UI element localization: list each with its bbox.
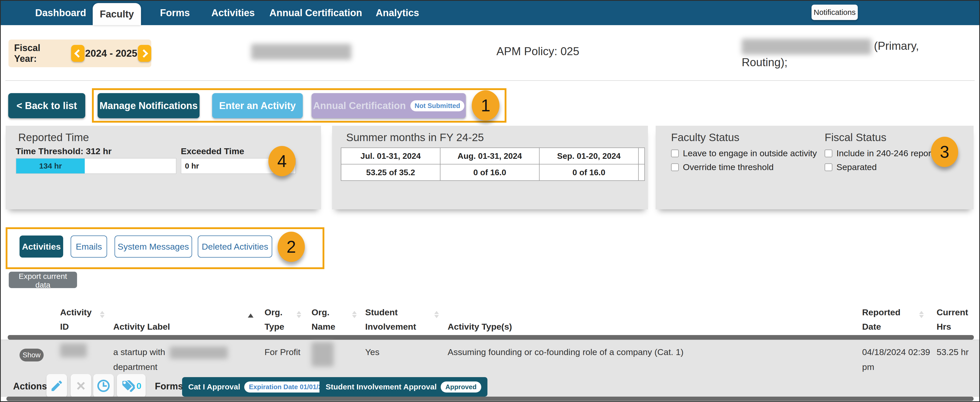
leave-outside-activity-checkbox[interactable] <box>671 150 679 157</box>
sort-icon-org-type[interactable] <box>297 309 301 320</box>
cell-current-hrs: 53.25 hr <box>937 345 978 359</box>
col-header-reported-date[interactable]: Reported Date <box>862 301 913 334</box>
header-divider <box>5 80 975 81</box>
tab-system-messages[interactable]: System Messages <box>115 236 192 258</box>
page-scrollbar-bottom[interactable] <box>6 397 974 401</box>
annotation-circle-2: 2 <box>278 232 305 262</box>
tab-activities[interactable]: Activities <box>19 236 63 258</box>
col-header-activity-label[interactable]: Activity Label <box>113 301 252 334</box>
summer-val-jul: 53.25 of 35.2 <box>341 164 440 180</box>
fiscal-year-label: Fiscal Year: <box>14 43 65 64</box>
nav-faculty-label: Faculty <box>100 9 134 19</box>
export-current-data-button[interactable]: Export current data <box>9 272 77 288</box>
notifications-button[interactable]: Notifications <box>811 5 858 20</box>
nav-annual-certification[interactable]: Annual Certification <box>269 1 362 25</box>
nav-analytics[interactable]: Analytics <box>376 1 419 25</box>
redacted-activity-id <box>60 343 87 358</box>
fiscal-status-title: Fiscal Status <box>825 131 886 144</box>
not-submitted-badge: Not Submitted <box>410 100 464 111</box>
col-header-current-hrs: Current Hrs <box>937 301 975 334</box>
summer-col-sep: Sep. 01-20, 2024 <box>539 148 638 164</box>
col-header-activity-types: Activity Type(s) <box>448 301 833 334</box>
annual-certification-label: Annual Certification <box>313 100 406 111</box>
col-header-student-involvement[interactable]: Student Involvement <box>365 301 430 334</box>
tag-count: 0 <box>137 381 142 391</box>
summer-col-jul: Jul. 01-31, 2024 <box>341 148 440 164</box>
summer-months-table: Jul. 01-31, 2024 Aug. 01-31, 2024 Sep. 0… <box>341 147 645 181</box>
annotation-circle-3: 3 <box>931 137 958 167</box>
leave-outside-activity-row: Leave to engage in outside activity <box>671 148 817 158</box>
redacted-activity-label-part <box>170 347 228 359</box>
approved-badge: Approved <box>441 381 481 393</box>
include-report-label: Include in 240-246 report <box>837 148 934 158</box>
summer-col-aug: Aug. 01-31, 2024 <box>440 148 539 164</box>
back-to-list-button[interactable]: < Back to list <box>8 93 85 118</box>
separated-row: Separated <box>825 162 877 172</box>
override-threshold-label: Override time threshold <box>683 162 773 172</box>
manage-notifications-button[interactable]: Manage Notifications <box>98 93 200 118</box>
col-header-org-type[interactable]: Org. Type <box>264 301 293 334</box>
time-threshold-bar-fill: 134 hr <box>16 158 85 173</box>
fiscal-year-value: 2024 - 2025 <box>84 48 138 59</box>
cell-student-involvement: Yes <box>365 345 396 359</box>
redacted-affiliation <box>742 39 871 55</box>
sort-icon-student-involvement[interactable] <box>434 309 439 320</box>
time-threshold-label: Time Threshold: 312 hr <box>16 146 111 156</box>
summer-val-partial <box>638 164 644 180</box>
student-involvement-form-pill[interactable]: Student Involvement Approval Approved <box>320 377 487 397</box>
delete-activity-button[interactable] <box>71 374 91 398</box>
time-threshold-bar: 134 hr <box>16 158 177 174</box>
summer-col-partial <box>638 148 644 164</box>
include-report-checkbox[interactable] <box>825 150 832 157</box>
separated-checkbox[interactable] <box>825 163 832 171</box>
sort-icon-reported-date[interactable] <box>919 309 924 320</box>
student-involvement-approval-label: Student Involvement Approval <box>326 383 437 391</box>
top-nav: Dashboard Faculty Forms Activities Annua… <box>1 1 979 25</box>
sort-icon-org-name[interactable] <box>352 309 357 320</box>
actions-label: Actions: <box>13 381 50 392</box>
time-threshold-bar-value: 134 hr <box>39 161 62 170</box>
activity-label-prefix: a startup with <box>113 347 165 357</box>
cell-activity-types: Assuming founding or co-founding role of… <box>448 345 848 359</box>
fiscal-year-prev-button[interactable] <box>71 45 84 62</box>
pencil-icon <box>50 379 64 393</box>
cell-reported-date: 04/18/2024 02:39 pm <box>862 345 934 374</box>
cell-activity-label: a startup with department <box>113 345 257 374</box>
nav-forms[interactable]: Forms <box>160 1 190 25</box>
summer-values-row: 53.25 of 35.2 0 of 16.0 0 of 16.0 <box>341 164 644 180</box>
activity-label-suffix: department <box>113 362 158 372</box>
annual-certification-button[interactable]: Annual Certification Not Submitted <box>312 93 466 118</box>
edit-activity-button[interactable] <box>46 374 67 398</box>
sort-icon-activity-id[interactable] <box>100 309 105 320</box>
tab-emails[interactable]: Emails <box>71 236 107 258</box>
nav-faculty[interactable]: Faculty <box>93 3 141 25</box>
table-scrollbar-top[interactable] <box>8 335 974 340</box>
show-row-button[interactable]: Show <box>19 349 44 361</box>
tags-button[interactable]: 0 <box>117 374 146 398</box>
enter-activity-button[interactable]: Enter an Activity <box>212 93 303 118</box>
forms-label: Forms: <box>155 381 186 392</box>
affiliation-line: (Primary, Routing); <box>742 38 945 70</box>
cell-org-type: For Profit <box>264 345 308 359</box>
annotation-circle-1: 1 <box>472 90 500 120</box>
fiscal-year-selector: Fiscal Year: 2024 - 2025 <box>8 40 151 67</box>
nav-dashboard[interactable]: Dashboard <box>35 1 86 25</box>
activity-history-button[interactable] <box>93 374 114 398</box>
tab-deleted-activities[interactable]: Deleted Activities <box>198 236 272 258</box>
fiscal-year-next-button[interactable] <box>138 45 151 62</box>
chevron-left-icon <box>75 49 83 58</box>
exceeded-time-label: Exceeded Time <box>181 146 244 156</box>
faculty-status-title: Faculty Status <box>671 131 739 144</box>
override-threshold-row: Override time threshold <box>671 162 773 172</box>
redacted-org-name <box>312 342 334 367</box>
override-threshold-checkbox[interactable] <box>671 163 679 171</box>
tags-icon <box>121 379 135 393</box>
sort-icon-activity-label-active[interactable] <box>248 311 253 318</box>
leave-outside-activity-label: Leave to engage in outside activity <box>683 148 817 158</box>
x-icon <box>74 379 88 393</box>
col-header-org-name[interactable]: Org. Name <box>312 301 342 334</box>
nav-activities[interactable]: Activities <box>212 1 255 25</box>
col-header-activity-id[interactable]: Activity ID <box>60 301 99 334</box>
separated-label: Separated <box>837 162 877 172</box>
summer-months-title: Summer months in FY 24-25 <box>346 131 484 144</box>
